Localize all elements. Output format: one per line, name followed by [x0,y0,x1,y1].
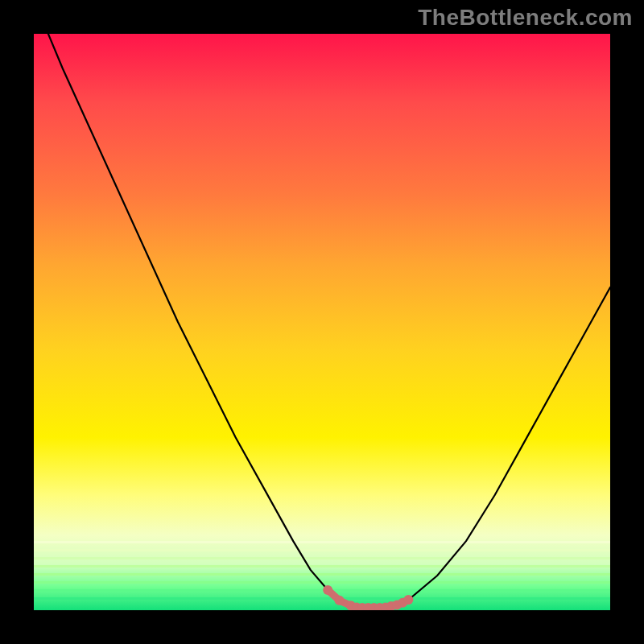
watermark-text: TheBottleneck.com [418,5,633,31]
chart-container: TheBottleneck.com [0,0,644,644]
gradient-plot-area [34,34,610,610]
